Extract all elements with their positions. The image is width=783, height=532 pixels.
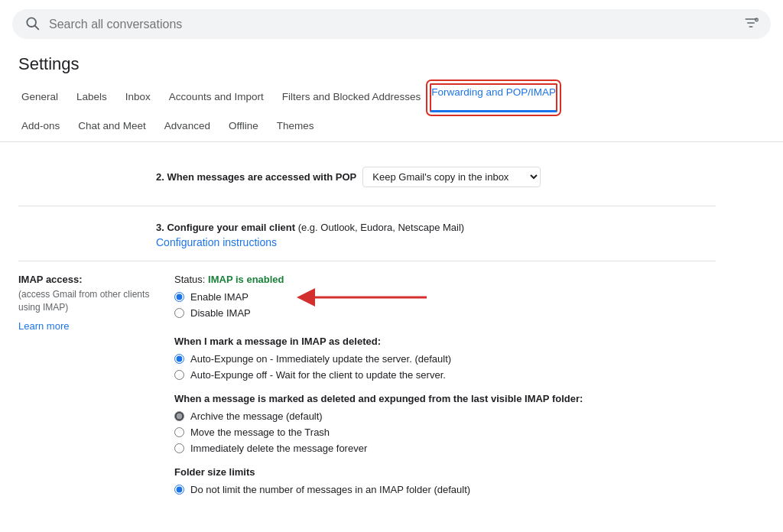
imap-delete-forever-label: Immediately delete the message forever	[190, 443, 367, 454]
tab-labels[interactable]: Labels	[67, 83, 116, 112]
imap-no-limit-label: Do not limit the number of messages in a…	[190, 484, 470, 495]
imap-radio-group: Enable IMAP Disable IMAP	[174, 291, 716, 323]
pop-content: 2. When messages are accessed with POP K…	[18, 167, 716, 193]
tab-advanced[interactable]: Advanced	[155, 112, 219, 141]
imap-status-value: IMAP is enabled	[208, 274, 284, 285]
imap-status-label: Status:	[174, 274, 208, 285]
imap-content-col: Status: IMAP is enabled Enable IMAP	[174, 274, 716, 500]
red-arrow-annotation	[297, 286, 434, 309]
tab-general[interactable]: General	[12, 83, 67, 112]
imap-auto-expunge-on-radio[interactable]	[174, 354, 184, 364]
config-title-row: 3. Configure your email client (e.g. Out…	[156, 222, 716, 233]
tab-filters-blocked[interactable]: Filters and Blocked Addresses	[273, 83, 430, 112]
tab-row-1: General Labels Inbox Accounts and Import…	[12, 83, 771, 112]
pop-select[interactable]: Keep Gmail's copy in the inbox Mark Gmai…	[362, 167, 541, 187]
imap-expunge-on-row: Auto-Expunge on - Immediately update the…	[174, 353, 716, 365]
tab-forwarding-pop-imap[interactable]: Forwarding and POP/IMAP	[430, 83, 557, 112]
folder-limits-title: Folder size limits	[174, 466, 716, 478]
config-instructions-link[interactable]: Configuration instructions	[156, 236, 716, 248]
tab-row-2: Add-ons Chat and Meet Advanced Offline T…	[12, 112, 771, 141]
tab-themes[interactable]: Themes	[268, 112, 323, 141]
config-section: 3. Configure your email client (e.g. Out…	[18, 206, 716, 261]
imap-trash-label: Move the message to the Trash	[190, 427, 330, 438]
config-content: 3. Configure your email client (e.g. Out…	[18, 219, 716, 248]
search-input[interactable]	[49, 18, 734, 31]
svg-line-1	[35, 26, 39, 30]
imap-disable-label: Disable IMAP	[190, 307, 251, 319]
imap-folder-no-limit-row: Do not limit the number of messages in a…	[174, 484, 716, 495]
imap-label-sub: (access Gmail from other clients using I…	[18, 288, 156, 314]
tab-accounts-import[interactable]: Accounts and Import	[160, 83, 273, 112]
imap-archive-radio[interactable]	[174, 411, 184, 421]
imap-enable-radio-row: Enable IMAP	[174, 291, 716, 303]
imap-trash-row: Move the message to the Trash	[174, 427, 716, 438]
imap-disable-radio-row: Disable IMAP	[174, 307, 716, 319]
imap-label-title: IMAP access:	[18, 274, 156, 285]
pop-row-label: 2. When messages are accessed with POP	[156, 171, 356, 183]
imap-delete-forever-radio[interactable]	[174, 443, 184, 453]
imap-trash-radio[interactable]	[174, 427, 184, 437]
pop-access-row: 2. When messages are accessed with POP K…	[156, 167, 716, 187]
settings-content: 2. When messages are accessed with POP K…	[0, 142, 734, 524]
imap-disable-radio[interactable]	[174, 308, 184, 318]
tab-offline[interactable]: Offline	[219, 112, 268, 141]
imap-archive-row: Archive the message (default)	[174, 410, 716, 422]
config-title: 3. Configure your email client	[156, 222, 295, 233]
imap-archive-label: Archive the message (default)	[190, 410, 323, 422]
page-title: Settings	[0, 48, 783, 83]
imap-deleted-title: When I mark a message in IMAP as deleted…	[174, 336, 716, 347]
imap-auto-expunge-on-label: Auto-Expunge on - Immediately update the…	[190, 353, 451, 365]
imap-delete-forever-row: Immediately delete the message forever	[174, 443, 716, 454]
filter-icon[interactable]	[743, 15, 759, 33]
imap-expunge-title: When a message is marked as deleted and …	[174, 393, 716, 404]
config-subtitle: (e.g. Outlook, Eudora, Netscape Mail)	[298, 222, 465, 233]
imap-auto-expunge-off-radio[interactable]	[174, 370, 184, 380]
imap-enable-label: Enable IMAP	[190, 291, 249, 303]
imap-learn-more-link[interactable]: Learn more	[18, 320, 156, 332]
pop-row-section: 2. When messages are accessed with POP K…	[18, 154, 716, 206]
imap-enable-radio[interactable]	[174, 292, 184, 302]
tab-inbox[interactable]: Inbox	[116, 83, 160, 112]
imap-section: IMAP access: (access Gmail from other cl…	[18, 261, 716, 512]
imap-expunge-off-row: Auto-Expunge off - Wait for the client t…	[174, 369, 716, 381]
tab-chat-meet[interactable]: Chat and Meet	[69, 112, 155, 141]
imap-no-limit-radio[interactable]	[174, 485, 184, 495]
imap-auto-expunge-off-label: Auto-Expunge off - Wait for the client t…	[190, 369, 446, 381]
search-icon	[24, 15, 40, 33]
tab-addons[interactable]: Add-ons	[12, 112, 69, 141]
imap-label-col: IMAP access: (access Gmail from other cl…	[18, 274, 156, 332]
tab-navigation: General Labels Inbox Accounts and Import…	[0, 83, 783, 142]
search-bar	[12, 9, 771, 39]
imap-status-row: Status: IMAP is enabled	[174, 274, 716, 285]
